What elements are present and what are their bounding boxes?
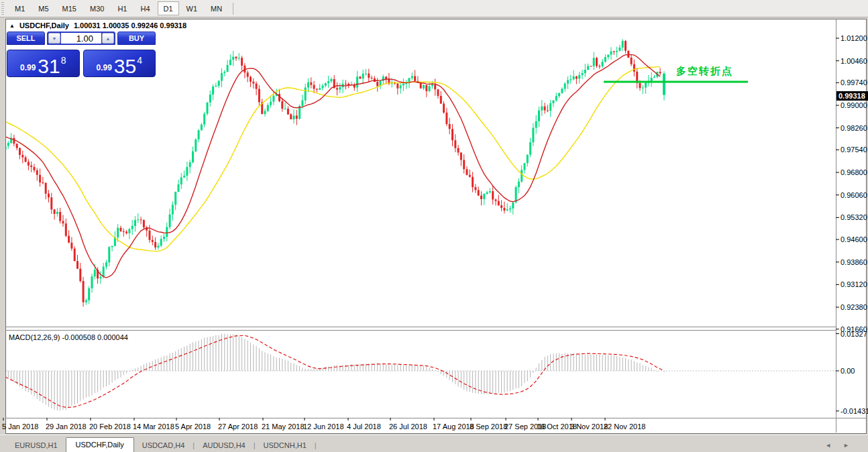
buy-button[interactable]: BUY [117, 32, 156, 45]
timeframe-m5-button[interactable]: M5 [32, 1, 54, 15]
tab-scroll-left-icon[interactable]: ◄ [825, 443, 831, 449]
chart-window[interactable] [5, 19, 867, 434]
sell-price-big: 31 [38, 57, 60, 75]
tab-separator: | [315, 441, 317, 452]
current-price-tag: 0.99318 [836, 91, 868, 101]
symbol-tabs: EURUSD,H1USDCHF,DailyUSDCAD,H4|AUDUSD,H4… [0, 435, 868, 452]
annotation-label: 多空转折点 [676, 65, 733, 78]
timeframe-mn-button[interactable]: MN [205, 1, 228, 15]
collapse-panel-icon[interactable]: ▲ [9, 22, 15, 30]
symbol-period-label: USDCHF,Daily [19, 21, 69, 30]
tab-usdchf[interactable]: USDCHF,Daily [66, 437, 134, 452]
timeframe-m30-button[interactable]: M30 [84, 1, 110, 15]
sell-price-pip: 8 [61, 55, 66, 66]
timeframe-m1-button[interactable]: M1 [9, 1, 31, 15]
buy-price-pip: 4 [137, 55, 142, 66]
sell-button[interactable]: SELL [7, 32, 45, 45]
timeframe-h4-button[interactable]: H4 [134, 1, 156, 15]
buy-price-prefix: 0.99 [96, 63, 111, 72]
one-click-trading-panel: SELL ▼ 1.00 ▲ BUY 0.99 31 8 0.99 35 4 [7, 32, 156, 77]
sell-price-prefix: 0.99 [20, 63, 36, 72]
symbol-tab-list: EURUSD,H1USDCHF,DailyUSDCAD,H4|AUDUSD,H4… [7, 437, 825, 452]
timeframe-toolbar: M1M5M15M30H1H4D1W1MN [0, 0, 868, 17]
ohlc-values: 1.00031 1.00035 0.99246 0.99318 [74, 21, 186, 30]
tab-usdcad[interactable]: USDCAD,H4 [134, 439, 193, 452]
timeframe-w1-button[interactable]: W1 [180, 1, 204, 15]
toolbar-separator [233, 3, 233, 15]
volume-increase-button[interactable]: ▲ [102, 33, 114, 44]
tab-usdcnh[interactable]: USDCNH,H1 [256, 439, 315, 452]
tab-scroll-right-icon[interactable]: ► [843, 443, 849, 449]
volume-decrease-button[interactable]: ▼ [48, 33, 60, 44]
timeframe-button-group: M1M5M15M30H1H4D1W1MN [8, 0, 237, 17]
toolbar-drag-handle[interactable] [1, 2, 4, 15]
tab-eurusd[interactable]: EURUSD,H1 [7, 439, 66, 452]
buy-price-box[interactable]: 0.99 35 4 [83, 50, 156, 77]
timeframe-d1-button[interactable]: D1 [158, 1, 179, 15]
timeframe-m15-button[interactable]: M15 [56, 1, 83, 15]
volume-stepper: ▼ 1.00 ▲ [47, 32, 115, 45]
timeframe-h1-button[interactable]: H1 [111, 1, 133, 15]
sell-price-box[interactable]: 0.99 31 8 [7, 50, 80, 77]
macd-indicator-label: MACD(12,26,9) -0.000508 0.000044 [9, 333, 128, 341]
volume-input[interactable]: 1.00 [61, 33, 101, 44]
tab-scroll-buttons: ◄ ► [825, 443, 849, 449]
tab-audusd[interactable]: AUDUSD,H4 [195, 439, 254, 452]
ohlc-title: ▲ USDCHF,Daily 1.00031 1.00035 0.99246 0… [9, 21, 186, 30]
buy-price-big: 35 [114, 57, 136, 75]
